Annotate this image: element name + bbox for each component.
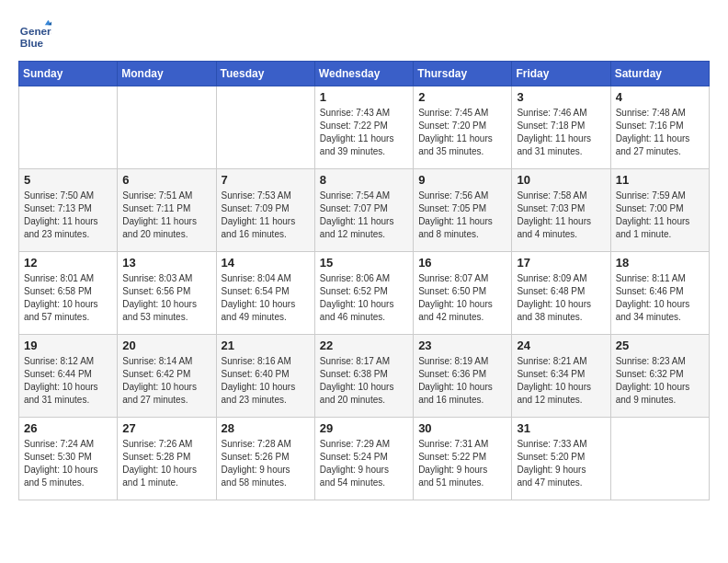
day-info: Sunrise: 7:53 AM Sunset: 7:09 PM Dayligh… — [222, 190, 310, 241]
day-number: 15 — [320, 256, 408, 270]
day-number: 2 — [418, 90, 506, 104]
day-info: Sunrise: 8:11 AM Sunset: 6:46 PM Dayligh… — [616, 272, 704, 324]
week-row-3: 12Sunrise: 8:01 AM Sunset: 6:58 PM Dayli… — [19, 252, 710, 335]
weekday-tuesday: Tuesday — [216, 62, 314, 86]
day-number: 7 — [222, 173, 310, 187]
day-number: 29 — [320, 421, 408, 435]
day-number: 13 — [122, 256, 210, 270]
weekday-monday: Monday — [118, 62, 216, 86]
day-number: 18 — [616, 256, 704, 270]
day-info: Sunrise: 7:45 AM Sunset: 7:20 PM Dayligh… — [418, 107, 506, 158]
calendar-cell — [216, 86, 314, 169]
day-number: 12 — [24, 256, 112, 270]
day-number: 22 — [320, 339, 408, 352]
calendar-cell: 13Sunrise: 8:03 AM Sunset: 6:56 PM Dayli… — [118, 252, 216, 335]
day-info: Sunrise: 8:14 AM Sunset: 6:42 PM Dayligh… — [122, 355, 210, 407]
day-info: Sunrise: 8:09 AM Sunset: 6:48 PM Dayligh… — [517, 272, 605, 324]
day-number: 16 — [418, 256, 506, 270]
calendar-cell: 22Sunrise: 8:17 AM Sunset: 6:38 PM Dayli… — [314, 335, 413, 418]
day-info: Sunrise: 7:31 AM Sunset: 5:22 PM Dayligh… — [418, 438, 506, 489]
day-info: Sunrise: 8:01 AM Sunset: 6:58 PM Dayligh… — [24, 272, 112, 324]
day-number: 25 — [616, 339, 704, 352]
day-number: 11 — [616, 173, 704, 187]
calendar-cell: 21Sunrise: 8:16 AM Sunset: 6:40 PM Dayli… — [216, 335, 314, 418]
calendar-cell: 1Sunrise: 7:43 AM Sunset: 7:22 PM Daylig… — [314, 86, 413, 169]
day-info: Sunrise: 8:23 AM Sunset: 6:32 PM Dayligh… — [616, 355, 704, 407]
day-number: 30 — [418, 421, 506, 435]
day-info: Sunrise: 8:04 AM Sunset: 6:54 PM Dayligh… — [222, 272, 310, 324]
day-info: Sunrise: 8:12 AM Sunset: 6:44 PM Dayligh… — [24, 355, 112, 407]
calendar-cell: 10Sunrise: 7:58 AM Sunset: 7:03 PM Dayli… — [512, 169, 610, 252]
day-info: Sunrise: 7:51 AM Sunset: 7:11 PM Dayligh… — [122, 190, 210, 241]
calendar-cell — [19, 86, 118, 169]
day-info: Sunrise: 7:29 AM Sunset: 5:24 PM Dayligh… — [320, 438, 408, 489]
logo: General Blue — [18, 18, 55, 52]
calendar-cell: 9Sunrise: 7:56 AM Sunset: 7:05 PM Daylig… — [414, 169, 512, 252]
calendar-cell: 26Sunrise: 7:24 AM Sunset: 5:30 PM Dayli… — [19, 418, 118, 500]
day-number: 10 — [517, 173, 605, 187]
weekday-thursday: Thursday — [414, 62, 512, 86]
day-info: Sunrise: 8:21 AM Sunset: 6:34 PM Dayligh… — [517, 355, 605, 407]
calendar-header: SundayMondayTuesdayWednesdayThursdayFrid… — [19, 62, 710, 86]
day-number: 14 — [222, 256, 310, 270]
day-info: Sunrise: 7:48 AM Sunset: 7:16 PM Dayligh… — [616, 107, 704, 158]
day-number: 9 — [418, 173, 506, 187]
day-info: Sunrise: 7:59 AM Sunset: 7:00 PM Dayligh… — [616, 190, 704, 241]
day-info: Sunrise: 7:43 AM Sunset: 7:22 PM Dayligh… — [320, 107, 408, 158]
calendar-cell: 25Sunrise: 8:23 AM Sunset: 6:32 PM Dayli… — [610, 335, 709, 418]
day-info: Sunrise: 8:03 AM Sunset: 6:56 PM Dayligh… — [122, 272, 210, 324]
day-number: 3 — [517, 90, 605, 104]
day-number: 24 — [517, 339, 605, 352]
day-info: Sunrise: 7:56 AM Sunset: 7:05 PM Dayligh… — [418, 190, 506, 241]
calendar-cell: 2Sunrise: 7:45 AM Sunset: 7:20 PM Daylig… — [414, 86, 512, 169]
weekday-friday: Friday — [512, 62, 610, 86]
svg-text:General: General — [20, 25, 51, 37]
day-number: 8 — [320, 173, 408, 187]
week-row-4: 19Sunrise: 8:12 AM Sunset: 6:44 PM Dayli… — [19, 335, 710, 418]
day-number: 6 — [122, 173, 210, 187]
calendar-cell: 20Sunrise: 8:14 AM Sunset: 6:42 PM Dayli… — [118, 335, 216, 418]
day-number: 5 — [24, 173, 112, 187]
day-info: Sunrise: 8:17 AM Sunset: 6:38 PM Dayligh… — [320, 355, 408, 407]
page-header: General Blue — [18, 18, 710, 52]
calendar-cell — [118, 86, 216, 169]
week-row-2: 5Sunrise: 7:50 AM Sunset: 7:13 PM Daylig… — [19, 169, 710, 252]
day-number: 31 — [517, 421, 605, 435]
calendar-cell: 24Sunrise: 8:21 AM Sunset: 6:34 PM Dayli… — [512, 335, 610, 418]
day-info: Sunrise: 8:16 AM Sunset: 6:40 PM Dayligh… — [222, 355, 310, 407]
calendar-cell: 28Sunrise: 7:28 AM Sunset: 5:26 PM Dayli… — [216, 418, 314, 500]
day-info: Sunrise: 8:06 AM Sunset: 6:52 PM Dayligh… — [320, 272, 408, 324]
day-number: 17 — [517, 256, 605, 270]
calendar-cell: 6Sunrise: 7:51 AM Sunset: 7:11 PM Daylig… — [118, 169, 216, 252]
calendar-cell: 12Sunrise: 8:01 AM Sunset: 6:58 PM Dayli… — [19, 252, 118, 335]
day-info: Sunrise: 7:24 AM Sunset: 5:30 PM Dayligh… — [24, 438, 112, 489]
calendar-cell: 31Sunrise: 7:33 AM Sunset: 5:20 PM Dayli… — [512, 418, 610, 500]
calendar-cell: 19Sunrise: 8:12 AM Sunset: 6:44 PM Dayli… — [19, 335, 118, 418]
day-number: 19 — [24, 339, 112, 352]
day-info: Sunrise: 7:26 AM Sunset: 5:28 PM Dayligh… — [122, 438, 210, 489]
weekday-header-row: SundayMondayTuesdayWednesdayThursdayFrid… — [19, 62, 710, 86]
day-info: Sunrise: 8:19 AM Sunset: 6:36 PM Dayligh… — [418, 355, 506, 407]
calendar-cell: 14Sunrise: 8:04 AM Sunset: 6:54 PM Dayli… — [216, 252, 314, 335]
day-number: 27 — [122, 421, 210, 435]
calendar-cell: 27Sunrise: 7:26 AM Sunset: 5:28 PM Dayli… — [118, 418, 216, 500]
calendar-cell: 17Sunrise: 8:09 AM Sunset: 6:48 PM Dayli… — [512, 252, 610, 335]
calendar-cell: 16Sunrise: 8:07 AM Sunset: 6:50 PM Dayli… — [414, 252, 512, 335]
calendar-cell: 8Sunrise: 7:54 AM Sunset: 7:07 PM Daylig… — [314, 169, 413, 252]
week-row-1: 1Sunrise: 7:43 AM Sunset: 7:22 PM Daylig… — [19, 86, 710, 169]
day-info: Sunrise: 7:58 AM Sunset: 7:03 PM Dayligh… — [517, 190, 605, 241]
day-number: 28 — [222, 421, 310, 435]
calendar-body: 1Sunrise: 7:43 AM Sunset: 7:22 PM Daylig… — [19, 86, 710, 500]
week-row-5: 26Sunrise: 7:24 AM Sunset: 5:30 PM Dayli… — [19, 418, 710, 500]
calendar-cell: 5Sunrise: 7:50 AM Sunset: 7:13 PM Daylig… — [19, 169, 118, 252]
day-info: Sunrise: 7:54 AM Sunset: 7:07 PM Dayligh… — [320, 190, 408, 241]
calendar-cell: 7Sunrise: 7:53 AM Sunset: 7:09 PM Daylig… — [216, 169, 314, 252]
day-number: 20 — [122, 339, 210, 352]
weekday-sunday: Sunday — [19, 62, 118, 86]
day-number: 26 — [24, 421, 112, 435]
calendar-cell — [610, 418, 709, 500]
day-info: Sunrise: 7:28 AM Sunset: 5:26 PM Dayligh… — [222, 438, 310, 489]
day-info: Sunrise: 7:46 AM Sunset: 7:18 PM Dayligh… — [517, 107, 605, 158]
weekday-wednesday: Wednesday — [314, 62, 413, 86]
calendar-cell: 3Sunrise: 7:46 AM Sunset: 7:18 PM Daylig… — [512, 86, 610, 169]
